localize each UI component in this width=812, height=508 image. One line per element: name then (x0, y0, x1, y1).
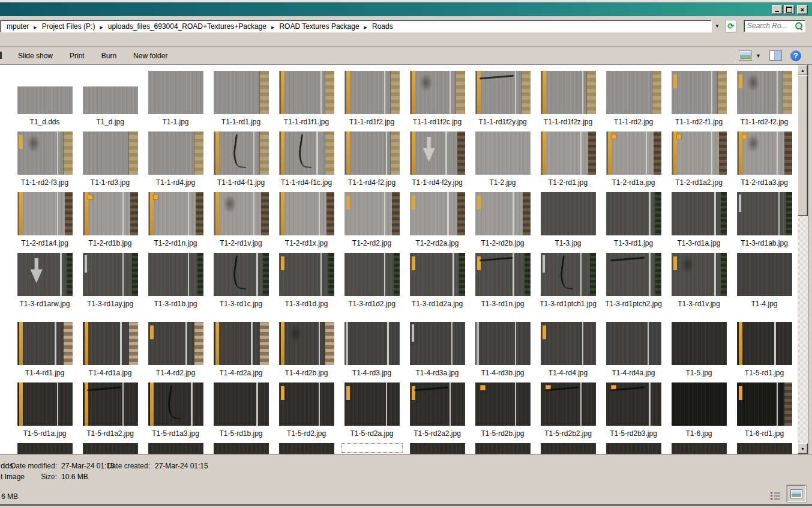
close-button[interactable]: × (797, 5, 808, 14)
file-item[interactable]: T1-3-rd1d2.jpg (339, 253, 404, 322)
file-item[interactable]: T1-5.jpg (666, 322, 732, 383)
file-item-partial[interactable] (12, 443, 77, 454)
file-item[interactable]: T1-2-rd1a2.jpg (666, 132, 732, 192)
toolbar-button-print[interactable]: Print (61, 52, 93, 60)
file-item[interactable]: T1-1-rd4-f1c.jpg (274, 132, 339, 192)
file-item[interactable]: T1-5-rd2a.jpg (339, 383, 404, 443)
file-item[interactable]: T1-5-rd1.jpg (732, 322, 797, 383)
breadcrumb-item[interactable]: Roads (368, 22, 397, 31)
file-item[interactable]: T1-1-rd1f2z.jpg (535, 71, 601, 132)
toolbar-button-burn[interactable]: Burn (93, 52, 125, 60)
file-item[interactable]: T1-3-rd1.jpg (601, 192, 666, 253)
toolbar-button-slide-show[interactable]: Slide show (10, 52, 61, 60)
breadcrumb-item[interactable]: mputer (3, 22, 32, 31)
file-item[interactable]: T1-1-rd1f2.jpg (339, 71, 404, 132)
file-item[interactable]: T1-4-rd1.jpg (12, 322, 77, 383)
vertical-scrollbar[interactable]: ▲ ▼ (798, 65, 808, 454)
file-item[interactable]: T1-5-rd2b3.jpg (601, 383, 666, 443)
file-item[interactable]: T1-1-rd4.jpg (143, 132, 208, 192)
scroll-thumb[interactable] (798, 75, 808, 216)
help-button[interactable]: ? (790, 50, 801, 61)
file-item[interactable]: T1-5-rd2.jpg (274, 383, 339, 443)
file-item[interactable]: T1-2-rd1.jpg (535, 132, 601, 192)
file-item-partial[interactable] (404, 443, 470, 454)
file-item[interactable]: T1-3-rd1a.jpg (666, 192, 732, 253)
titlebar[interactable]: × (0, 2, 812, 16)
file-item[interactable]: T1-3-rd1ab.jpg (732, 192, 797, 253)
file-item[interactable]: T1-6-rd1.jpg (732, 383, 797, 443)
file-item[interactable]: T1-5-rd2b.jpg (470, 383, 535, 443)
file-item[interactable]: T1-3-rd1c.jpg (208, 253, 274, 322)
file-item-partial[interactable] (601, 443, 666, 454)
file-item[interactable]: T1-2-rd1v.jpg (208, 192, 274, 253)
address-dropdown-button[interactable]: ▼ (712, 23, 723, 29)
file-item[interactable]: T1-6.jpg (666, 383, 732, 443)
file-item[interactable]: T1-4-rd2.jpg (143, 322, 208, 383)
refresh-button[interactable]: ⟳ (725, 20, 736, 32)
scroll-up-button[interactable]: ▲ (798, 65, 808, 76)
file-item[interactable]: T1-3-rd1arw.jpg (12, 253, 77, 322)
file-item[interactable]: T1-3-rd1d.jpg (274, 253, 339, 322)
file-item[interactable]: T1-2-rd1b.jpg (77, 192, 143, 253)
file-item[interactable]: T1-2-rd2.jpg (339, 192, 404, 253)
file-item[interactable]: T1-4-rd4a.jpg (601, 322, 666, 383)
file-item[interactable]: T1-4.jpg (732, 253, 797, 322)
breadcrumb-item[interactable]: Project Files (P:) (38, 22, 99, 31)
file-item[interactable]: T1-1-rd1f1.jpg (274, 71, 339, 132)
file-item[interactable]: T1-5-rd1a.jpg (12, 383, 77, 443)
preview-pane-button[interactable] (769, 50, 782, 61)
file-item[interactable]: T1-2.jpg (470, 132, 535, 192)
file-item[interactable]: T1-1-rd4-f2y.jpg (404, 132, 470, 192)
search-box[interactable] (744, 20, 805, 32)
toolbar-button-new-folder[interactable]: New folder (125, 52, 176, 60)
file-item[interactable]: T1-4-rd3a.jpg (404, 322, 470, 383)
breadcrumb-item[interactable]: uploads_files_693004_ROAD+Textures+Packa… (104, 22, 270, 31)
file-item[interactable]: T1_d.jpg (77, 71, 143, 132)
file-item-partial[interactable] (208, 443, 274, 454)
file-item[interactable]: T1-1-rd2-f3.jpg (12, 132, 77, 192)
change-view-button[interactable]: ▼ (739, 50, 761, 61)
file-item[interactable]: T1-1-rd2-f1.jpg (666, 71, 732, 132)
search-input[interactable] (746, 21, 795, 31)
file-item[interactable]: T1-5-rd1a2.jpg (77, 383, 143, 443)
file-item[interactable]: T1_d.dds (12, 71, 77, 132)
file-item[interactable]: T1-3-rd1ptch2.jpg (601, 253, 666, 322)
file-item[interactable]: T1-1-rd4-f1.jpg (208, 132, 274, 192)
file-item[interactable]: T1-1-rd3.jpg (77, 132, 143, 192)
file-item[interactable]: T1-3-rd1v.jpg (666, 253, 732, 322)
file-item[interactable]: T1-1-rd1.jpg (208, 71, 274, 132)
file-item[interactable]: T1-2-rd2a.jpg (404, 192, 470, 253)
file-item-partial[interactable] (470, 443, 535, 454)
address-bar[interactable]: mputer▶Project Files (P:)▶uploads_files_… (0, 20, 712, 32)
file-item[interactable]: T1-5-rd1b.jpg (208, 383, 274, 443)
file-item-partial[interactable] (535, 443, 601, 454)
file-item[interactable]: T1-3-rd1ay.jpg (77, 253, 143, 322)
file-item[interactable]: T1-4-rd3.jpg (339, 322, 404, 383)
file-item[interactable]: T1-2-rd2b.jpg (470, 192, 535, 253)
minimize-button[interactable] (772, 5, 783, 14)
file-item-partial[interactable] (666, 443, 732, 454)
file-item-partial[interactable] (77, 443, 143, 454)
file-item[interactable]: T1-2-rd1a3.jpg (732, 132, 797, 192)
file-item[interactable]: T1-3-rd1n.jpg (470, 253, 535, 322)
file-item[interactable]: T1-3.jpg (535, 192, 601, 253)
file-item[interactable]: T1-1-rd2-f2.jpg (732, 71, 797, 132)
file-item[interactable]: T1-4-rd4.jpg (535, 322, 601, 383)
file-item[interactable]: T1-3-rd1d2a.jpg (404, 253, 470, 322)
file-item[interactable]: T1-1.jpg (143, 71, 208, 132)
thumbnail-view-toggle-button[interactable] (787, 485, 806, 502)
file-item-partial[interactable] (143, 443, 208, 454)
file-item[interactable]: T1-4-rd1a.jpg (77, 322, 143, 383)
file-item-partial[interactable] (732, 443, 797, 454)
file-item[interactable]: T1-3-rd1ptch1.jpg (535, 253, 601, 322)
file-item[interactable]: T1-1-rd1f2c.jpg (404, 71, 470, 132)
file-item[interactable]: T1-1-rd4-f2.jpg (339, 132, 404, 192)
file-item[interactable]: T1-5-rd2b2.jpg (535, 383, 601, 443)
file-item[interactable]: T1-5-rd2a2.jpg (404, 383, 470, 443)
maximize-button[interactable] (784, 5, 795, 14)
file-item[interactable]: T1-2-rd1n.jpg (143, 192, 208, 253)
file-item[interactable]: T1-2-rd1a4.jpg (12, 192, 77, 253)
file-item[interactable]: T1-2-rd1a.jpg (601, 132, 666, 192)
file-item[interactable]: T1-3-rd1b.jpg (143, 253, 208, 322)
file-item-partial[interactable] (274, 443, 339, 454)
